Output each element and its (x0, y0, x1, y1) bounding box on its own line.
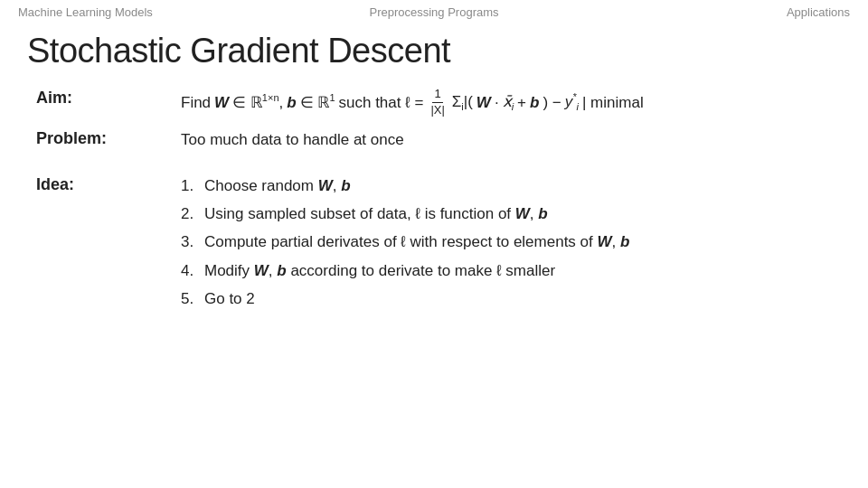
aim-minus: ) − (542, 90, 561, 115)
list-item-4: 4. Modify W, b according to derivate to … (181, 258, 832, 283)
idea-content: 1. Choose random W, b 2. Using sampled s… (181, 174, 832, 314)
list-text-4: Modify W, b according to derivate to mak… (204, 258, 555, 283)
list-text-5: Go to 2 (204, 286, 255, 311)
list-num-2: 2. (181, 202, 199, 226)
list-num-1: 1. (181, 174, 199, 198)
list-text-2: Using sampled subset of data, ℓ is funct… (204, 202, 548, 226)
list-text-3: Compute partial derivates of ℓ with resp… (204, 230, 629, 254)
aim-row: Aim: Find W ∈ ℝ1×n, b ∈ ℝ1 such that ℓ =… (36, 87, 832, 118)
list-num-4: 4. (181, 258, 199, 283)
list-text-1: Choose random W, b (204, 174, 351, 198)
list-num-3: 3. (181, 230, 199, 254)
aim-b2: b (530, 90, 539, 115)
spacer (36, 161, 832, 174)
slide-title: Stochastic Gradient Descent (0, 24, 868, 87)
aim-b: b (287, 90, 296, 115)
aim-end: | minimal (582, 90, 644, 115)
idea-row: Idea: 1. Choose random W, b 2. Using sam… (36, 174, 832, 314)
aim-in2: ∈ ℝ1 (300, 90, 335, 115)
aim-W: W (214, 90, 229, 115)
list-item-2: 2. Using sampled subset of data, ℓ is fu… (181, 202, 832, 226)
list-item-3: 3. Compute partial derivates of ℓ with r… (181, 230, 832, 254)
aim-plus: + (517, 90, 526, 115)
list-num-5: 5. (181, 286, 199, 311)
problem-label: Problem: (36, 127, 181, 148)
aim-yi: y*i (565, 89, 579, 116)
nav-center: Preprocessing Programs (369, 5, 498, 19)
list-item-1: 1. Choose random W, b (181, 174, 832, 198)
aim-such: such that ℓ = (339, 90, 424, 115)
aim-in: ∈ ℝ1×n, (232, 90, 283, 115)
problem-content: Too much data to handle at once (181, 127, 832, 152)
aim-label: Aim: (36, 87, 181, 108)
content-area: Aim: Find W ∈ ℝ1×n, b ∈ ℝ1 such that ℓ =… (0, 87, 868, 314)
list-item-5: 5. Go to 2 (181, 286, 832, 311)
nav-right: Applications (787, 5, 850, 19)
aim-fraction: 1 |X| (427, 87, 448, 118)
idea-label: Idea: (36, 174, 181, 194)
aim-content: Find W ∈ ℝ1×n, b ∈ ℝ1 such that ℓ = 1 |X… (181, 87, 832, 118)
aim-xi: x̄i (503, 89, 514, 116)
problem-row: Problem: Too much data to handle at once (36, 127, 832, 152)
aim-dot: · (495, 90, 499, 115)
aim-sigma: Σi|( (452, 89, 473, 116)
aim-text-find: Find (181, 90, 211, 115)
aim-W2: W (476, 90, 491, 115)
top-navigation: Machine Learning Models Preprocessing Pr… (0, 0, 868, 24)
nav-left: Machine Learning Models (18, 5, 153, 19)
